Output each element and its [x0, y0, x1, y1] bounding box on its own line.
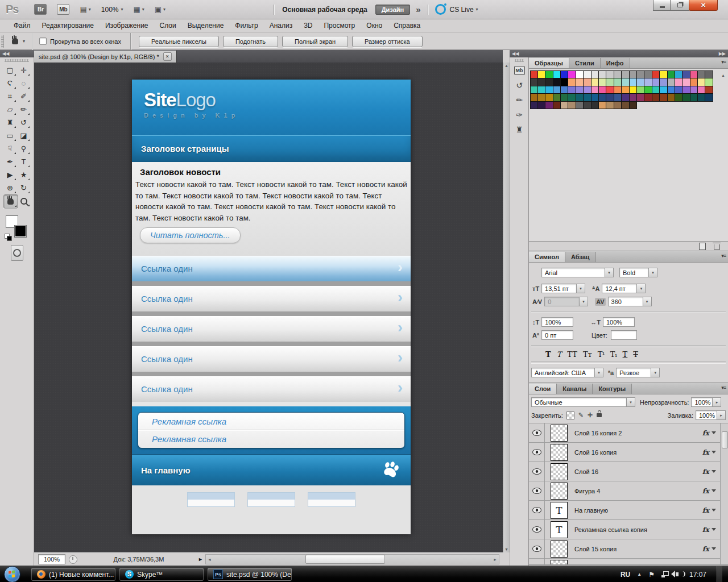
color-swatch[interactable] — [530, 78, 538, 86]
color-swatch[interactable] — [553, 86, 561, 94]
layer-fx-expand-icon[interactable] — [712, 489, 716, 492]
language-select[interactable]: Английский: США — [531, 368, 595, 377]
delete-swatch-button[interactable] — [714, 244, 720, 250]
history-brush-tool[interactable]: ↺ — [17, 116, 31, 129]
color-swatch[interactable] — [545, 86, 553, 94]
color-swatch[interactable] — [537, 78, 545, 86]
color-swatch[interactable] — [636, 86, 644, 94]
quick-selection-tool[interactable]: ◌ — [17, 77, 31, 90]
arrange-documents-icon[interactable]: ▦ — [134, 5, 140, 14]
layer-fx-expand-icon[interactable] — [712, 509, 716, 512]
layer-thumbnail[interactable] — [551, 502, 568, 519]
color-swatch[interactable] — [537, 70, 545, 79]
color-swatch[interactable] — [530, 70, 538, 79]
panel-tab[interactable]: Каналы — [557, 384, 593, 394]
document-close-button[interactable]: ✕ — [163, 52, 172, 61]
color-swatch[interactable] — [537, 101, 545, 110]
launch-mini-bridge-button[interactable]: Mb — [57, 4, 69, 15]
tracking-field[interactable]: 360 — [608, 297, 643, 306]
blend-mode-dropdown[interactable]: ▾ — [627, 397, 635, 407]
panel-tab[interactable]: Слои — [529, 384, 557, 394]
3d-orbit-tool[interactable]: ↻ — [17, 181, 31, 194]
font-size-field[interactable]: 13,51 пт — [541, 284, 577, 293]
color-swatch[interactable] — [659, 70, 667, 79]
text-format-button[interactable]: Tт — [580, 350, 595, 359]
color-swatch[interactable] — [644, 78, 652, 86]
color-swatch[interactable] — [667, 86, 675, 94]
text-color-swatch[interactable] — [611, 330, 637, 340]
layer-fx-badge[interactable]: fx — [702, 468, 709, 476]
background-color-chip[interactable] — [14, 225, 27, 238]
tracking-dropdown[interactable]: ▾ — [643, 297, 652, 306]
color-swatch[interactable] — [697, 93, 705, 102]
text-format-button[interactable]: T¹ — [595, 350, 607, 359]
color-swatch[interactable] — [568, 101, 576, 110]
color-swatch[interactable] — [591, 93, 599, 102]
color-swatch[interactable] — [652, 93, 660, 102]
panel-tab[interactable]: Инфо — [601, 58, 630, 68]
workspace-label[interactable]: Основная рабочая среда — [282, 6, 367, 14]
menu-item[interactable]: Просмотр — [318, 22, 361, 30]
color-swatch[interactable] — [598, 93, 606, 102]
antialias-dropdown[interactable]: ▾ — [651, 368, 660, 377]
color-swatch[interactable] — [606, 70, 614, 79]
layer-fx-badge[interactable]: fx — [702, 564, 709, 565]
color-swatch[interactable] — [606, 86, 614, 94]
footer-banner[interactable] — [247, 492, 295, 507]
layer-fx-badge[interactable]: fx — [702, 526, 709, 534]
kerning-field[interactable]: 0 — [544, 297, 580, 306]
layer-visibility-toggle[interactable] — [529, 443, 545, 462]
color-swatch[interactable] — [545, 78, 553, 86]
color-swatch[interactable] — [560, 101, 568, 110]
color-swatch[interactable] — [583, 78, 591, 86]
layer-name[interactable]: Слой 15 копия — [574, 546, 702, 552]
layer-fx-expand-icon[interactable] — [712, 528, 716, 531]
options-button[interactable]: Подогнать — [223, 36, 278, 47]
color-swatch[interactable] — [705, 86, 713, 94]
task-photoshop[interactable]: site.psd @ 100% (Des... — [208, 568, 292, 581]
color-swatch[interactable] — [652, 78, 660, 86]
color-swatch[interactable] — [636, 70, 644, 79]
type-tool[interactable]: T — [17, 155, 31, 168]
options-button[interactable]: Размер оттиска — [352, 36, 423, 47]
horizontal-scale-field[interactable]: 100% — [603, 317, 635, 327]
panel-tab[interactable]: Символ — [529, 252, 565, 262]
restore-button[interactable] — [670, 0, 689, 11]
color-swatch[interactable] — [591, 78, 599, 86]
color-swatch[interactable] — [576, 86, 584, 94]
clock[interactable]: 17:07 — [689, 571, 706, 579]
language-dropdown[interactable]: ▾ — [595, 368, 603, 377]
opacity-field[interactable]: 100% — [691, 397, 713, 407]
screen-mode-icon[interactable]: ▣ — [155, 5, 162, 14]
color-swatch[interactable] — [659, 78, 667, 86]
color-swatch[interactable] — [629, 93, 637, 102]
rectangular-marquee-tool[interactable]: ▢ — [3, 64, 17, 77]
menu-item[interactable]: 3D — [298, 22, 318, 30]
minimize-button[interactable] — [653, 0, 671, 11]
font-style-dropdown[interactable]: ▾ — [649, 268, 657, 277]
layer-row[interactable]: На главную fx — [529, 501, 721, 520]
layer-name[interactable]: Слой 16 копия — [574, 449, 702, 456]
menu-item[interactable]: Справка — [388, 22, 426, 30]
menu-item[interactable]: Редактирование — [36, 22, 100, 30]
color-swatch[interactable] — [530, 93, 538, 102]
color-swatch[interactable] — [705, 78, 713, 86]
layer-thumbnail[interactable] — [551, 444, 568, 461]
brush-presets-button[interactable]: ✑ — [512, 108, 527, 122]
menu-item[interactable]: Изображение — [100, 22, 154, 30]
layer-fx-badge[interactable]: fx — [702, 487, 709, 495]
color-swatch[interactable] — [621, 93, 629, 102]
layer-fx-expand-icon[interactable] — [712, 451, 716, 454]
text-format-button[interactable]: T — [620, 350, 631, 359]
scrollbar-thumb[interactable] — [305, 555, 385, 564]
color-swatch[interactable] — [545, 70, 553, 79]
lasso-tool[interactable]: Ϛ — [3, 77, 17, 90]
color-swatch[interactable] — [591, 101, 599, 110]
panel-menu-icon[interactable]: ▾≡ — [721, 59, 726, 65]
color-swatch[interactable] — [705, 70, 713, 79]
menu-item[interactable]: Файл — [8, 22, 36, 30]
layer-row[interactable]: Рекламная ссылка копия fx — [529, 520, 721, 539]
network-icon[interactable] — [661, 571, 669, 577]
zoom-percentage-field[interactable]: 100% — [38, 554, 65, 564]
dodge-tool[interactable]: ⚲ — [17, 142, 31, 155]
